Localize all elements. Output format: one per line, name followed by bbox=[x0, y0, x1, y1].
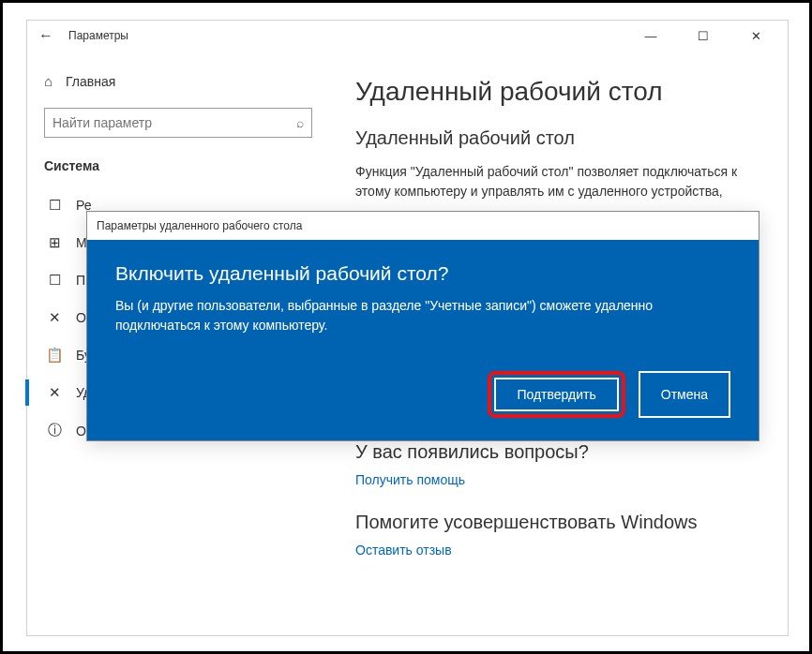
titlebar: ← Параметры — ☐ ✕ bbox=[27, 21, 788, 51]
sidebar-item-label: П bbox=[76, 273, 85, 288]
search-input[interactable] bbox=[53, 115, 296, 130]
dialog-heading: Включить удаленный рабочий стол? bbox=[115, 262, 730, 285]
window-controls: — ☐ ✕ bbox=[634, 29, 780, 43]
shared-icon: ✕ bbox=[46, 309, 63, 326]
back-arrow-icon[interactable]: ← bbox=[35, 27, 57, 44]
highlight-annotation: Подтвердить bbox=[488, 371, 624, 418]
dialog-body: Включить удаленный рабочий стол? Вы (и д… bbox=[87, 240, 759, 440]
home-label: Главная bbox=[66, 74, 115, 89]
sidebar-item-label: О bbox=[76, 310, 86, 325]
confirm-button[interactable]: Подтвердить bbox=[494, 378, 618, 411]
info-icon: ⓘ bbox=[46, 422, 63, 439]
sub-title: Удаленный рабочий стол bbox=[355, 127, 765, 149]
questions-heading: У вас появились вопросы? bbox=[355, 441, 765, 463]
minimize-button[interactable]: — bbox=[634, 29, 668, 43]
maximize-button[interactable]: ☐ bbox=[686, 29, 720, 43]
remote-icon: ✕ bbox=[46, 384, 63, 401]
dialog-buttons: Подтвердить Отмена bbox=[115, 371, 730, 418]
tablet-icon: ☐ bbox=[46, 272, 63, 289]
monitor-icon: ☐ bbox=[46, 197, 63, 214]
dialog-text: Вы (и другие пользователи, выбранные в р… bbox=[115, 296, 730, 335]
dialog-title: Параметры удаленного рабочего стола bbox=[97, 219, 302, 232]
confirm-dialog: Параметры удаленного рабочего стола Вклю… bbox=[86, 211, 759, 441]
body-text: Функция "Удаленный рабочий стол" позволя… bbox=[355, 162, 765, 201]
dialog-titlebar: Параметры удаленного рабочего стола bbox=[87, 212, 759, 240]
window-title: Параметры bbox=[68, 29, 128, 42]
feedback-link[interactable]: Оставить отзыв bbox=[355, 543, 765, 557]
section-header: Система bbox=[44, 158, 312, 173]
sidebar-item-label: М bbox=[76, 235, 87, 250]
help-link[interactable]: Получить помощь bbox=[355, 472, 765, 487]
cancel-button[interactable]: Отмена bbox=[639, 371, 730, 418]
home-icon: ⌂ bbox=[44, 73, 53, 89]
close-button[interactable]: ✕ bbox=[739, 29, 773, 43]
home-link[interactable]: ⌂ Главная bbox=[44, 69, 312, 93]
search-box[interactable]: ⌕ bbox=[44, 108, 312, 138]
page-title: Удаленный рабочий стол bbox=[355, 77, 765, 107]
clipboard-icon: 📋 bbox=[46, 347, 63, 364]
multitask-icon: ⊞ bbox=[46, 234, 63, 251]
search-icon: ⌕ bbox=[296, 115, 304, 130]
improve-heading: Помогите усовершенствовать Windows bbox=[355, 512, 765, 533]
